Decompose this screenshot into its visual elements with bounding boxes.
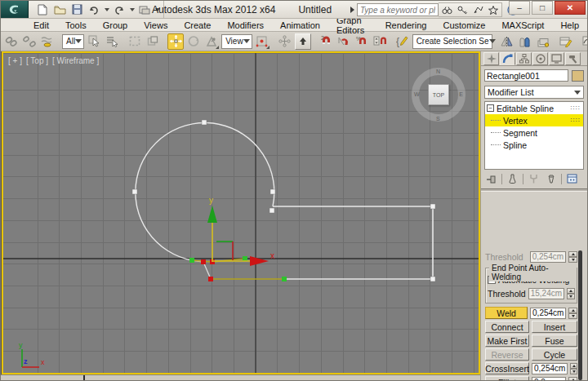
editable-spline-shape[interactable] [136,122,433,279]
menu-graph-editors[interactable]: Graph Editors [328,19,377,32]
viewcube-west-label[interactable]: W [414,91,420,97]
subscription-key-icon[interactable] [456,4,469,16]
unlink-selection-icon[interactable] [21,33,38,50]
select-and-move-icon[interactable] [167,33,184,50]
move-gizmo[interactable]: y x [207,196,274,266]
track-bar-strip[interactable] [1,374,480,381]
tab-hierarchy-icon[interactable] [516,52,532,65]
viewcube-top-face[interactable]: TOP [428,84,449,105]
edit-named-selection-sets-icon[interactable]: { [394,33,411,50]
use-pivot-point-center-icon[interactable] [254,33,270,50]
stack-row-spline[interactable]: Spline [485,139,583,151]
fillet-value[interactable]: 0,0cm [532,377,566,381]
rollout-scrollbar[interactable] [578,250,582,380]
select-and-scale-icon[interactable] [203,33,220,50]
autoweld-threshold-spinner[interactable] [567,288,575,299]
crossinsert-button[interactable]: CrossInsert [485,362,529,374]
collapse-minus-icon[interactable]: − [487,104,494,112]
cycle-button[interactable]: Cycle [532,348,577,361]
menu-rendering[interactable]: Rendering [377,19,435,32]
gizmo-y-arrowhead[interactable] [207,206,217,223]
make-first-button[interactable]: Make First [485,334,529,347]
close-button[interactable]: ✕ [555,1,586,15]
select-and-link-icon[interactable] [3,33,20,50]
menu-group[interactable]: Group [95,19,136,32]
angle-snap-toggle-icon[interactable] [336,33,352,50]
search-input[interactable] [357,3,439,16]
pin-stack-icon[interactable] [484,173,498,185]
favorites-star-icon[interactable] [487,4,500,16]
maximize-button[interactable]: □ [532,1,553,15]
rectangular-selection-region-icon[interactable] [127,33,143,50]
minimize-button[interactable]: – [509,1,530,15]
remove-modifier-icon[interactable] [544,173,558,185]
search-expand-icon[interactable] [350,4,357,16]
modifier-list-dropdown[interactable]: Modifier List [484,86,584,99]
graphite-modeling-tools-icon[interactable] [558,33,574,50]
viewcube-south-label[interactable]: S [436,116,440,122]
spline-vertices-unselected[interactable] [132,120,435,281]
layer-manager-icon[interactable] [535,33,551,50]
fillet-button[interactable]: Fillet [485,376,529,381]
project-folder-icon[interactable] [137,3,152,16]
undo-dropdown-caret[interactable] [105,8,109,11]
tab-create-icon[interactable] [483,52,499,65]
spinner-snap-toggle-icon[interactable] [372,33,388,50]
keyboard-shortcut-override-icon[interactable] [295,33,311,50]
top-viewport[interactable]: [ + ] [ Top ] [ Wireframe ] www.dijitald… [2,51,480,374]
select-object-icon[interactable] [86,33,102,50]
tab-motion-icon[interactable] [532,52,548,65]
insert-button[interactable]: Insert [532,321,577,333]
menu-animation[interactable]: Animation [272,19,328,32]
weld-button[interactable]: Weld [485,307,528,319]
configure-modifier-sets-icon[interactable] [565,173,579,185]
show-end-result-icon[interactable] [506,173,519,185]
menu-customize[interactable]: Customize [434,19,493,32]
menu-maxscript[interactable]: MAXScript [493,19,552,32]
tab-utilities-icon[interactable] [565,52,581,65]
fuse-button[interactable]: Fuse [532,334,577,347]
select-by-name-icon[interactable] [104,33,120,50]
viewcube-east-label[interactable]: E [459,91,463,97]
menu-tools[interactable]: Tools [57,19,95,32]
communication-center-icon[interactable] [471,4,484,16]
reference-coordinate-dropdown[interactable]: View [221,34,252,49]
menu-views[interactable]: Views [136,19,176,32]
fillet-spinner[interactable] [568,377,577,381]
threshold-spinner[interactable] [568,251,577,263]
time-slider-tick[interactable] [83,375,85,381]
connect-button[interactable]: Connect [485,321,529,333]
redo-dropdown-caret[interactable] [130,8,135,11]
new-scene-icon[interactable] [35,3,50,16]
object-name-field[interactable]: Rectangle001 [484,69,568,82]
stack-row-vertex[interactable]: Vertex ∷∷ [485,114,583,126]
crossinsert-value[interactable]: 0,254cm [532,363,568,374]
open-file-icon[interactable] [52,3,67,16]
viewcube[interactable]: N S W E TOP [412,68,466,122]
menu-edit[interactable]: Edit [25,19,57,32]
align-icon[interactable] [517,33,533,50]
viewcube-north-label[interactable]: N [436,69,440,74]
stack-row-editable-spline[interactable]: − Editable Spline ∷∷ [485,102,583,114]
search-binoculars-icon[interactable] [440,4,453,16]
save-file-icon[interactable] [69,3,84,16]
selection-filter-dropdown[interactable]: All [62,34,84,49]
percent-snap-toggle-icon[interactable]: % [354,33,370,50]
spline-vertices-selected[interactable] [201,259,215,281]
make-unique-icon[interactable] [527,173,541,185]
application-menu-button[interactable] [1,1,29,18]
object-color-swatch[interactable] [572,70,584,82]
weld-value[interactable]: 0,254cm [530,308,566,319]
window-crossing-toggle-icon[interactable] [145,33,161,50]
stack-row-segment[interactable]: Segment [485,126,583,139]
select-and-rotate-icon[interactable] [185,33,202,50]
crossinsert-spinner[interactable] [570,363,577,374]
mirror-icon[interactable] [499,33,515,50]
redo-icon[interactable] [112,3,127,16]
weld-spinner[interactable] [568,308,577,319]
gizmo-x-arrowhead[interactable] [250,256,269,266]
viewport-menu-shading[interactable]: [ Wireframe ] [52,56,99,65]
named-selection-sets-dropdown[interactable]: Create Selection Se [412,34,492,49]
undo-icon[interactable] [87,3,101,16]
curve-editor-icon[interactable] [581,33,587,50]
